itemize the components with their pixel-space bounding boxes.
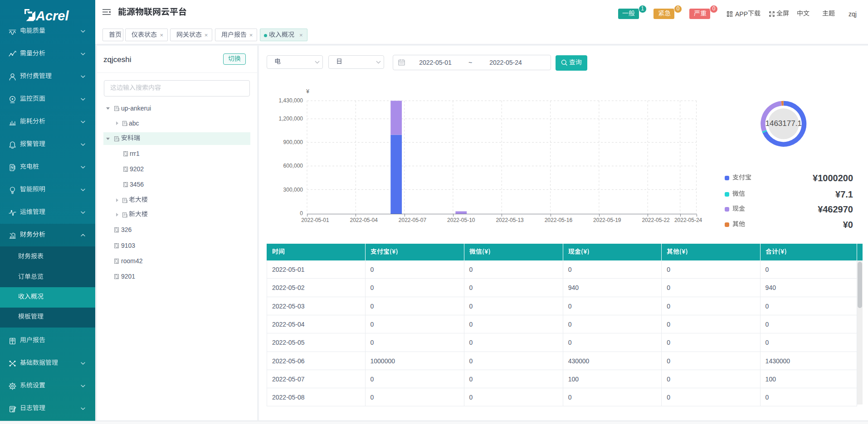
svg-text:Acrel: Acrel (35, 9, 69, 22)
